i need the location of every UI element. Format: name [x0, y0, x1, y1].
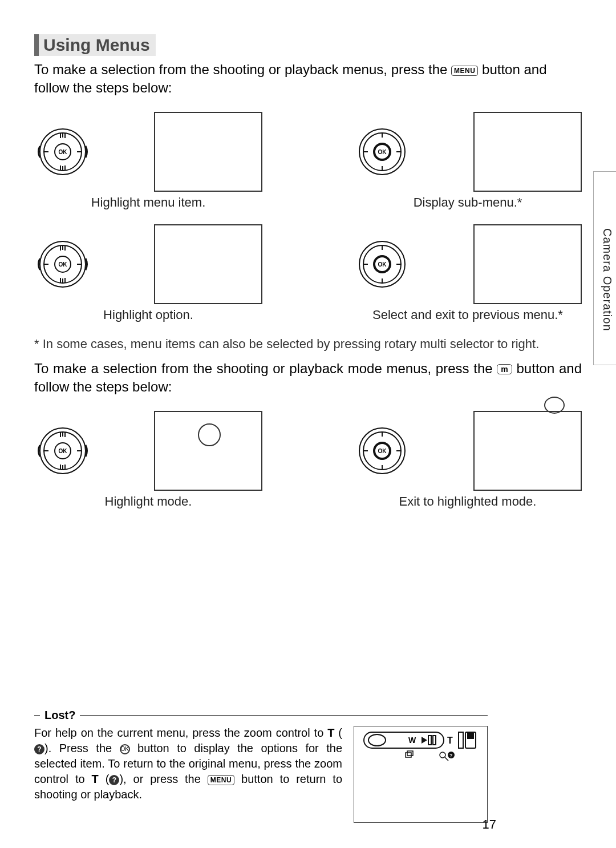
svg-rect-71: [407, 751, 413, 756]
zoom-t-label: T: [327, 726, 334, 739]
page-number: 17: [483, 817, 496, 832]
step-caption: Exit to highlighted mode.: [354, 494, 582, 509]
screen-placeholder: [473, 411, 582, 491]
intro2-text-before: To make a selection from the shooting or…: [34, 361, 497, 376]
step-highlight-mode: OK Highlight mode.: [34, 411, 262, 509]
step-caption: Highlight menu item.: [34, 195, 262, 210]
menu-button-icon: MENU: [208, 775, 234, 785]
svg-rect-69: [467, 732, 474, 739]
svg-text:OK: OK: [378, 448, 387, 454]
zoom-control-icon: W T ?: [363, 731, 480, 762]
svg-text:OK: OK: [59, 261, 68, 268]
help-icon: ?: [34, 744, 44, 754]
section-label: Camera Operation: [601, 228, 614, 332]
screen-placeholder: [473, 224, 582, 304]
svg-text:?: ?: [449, 753, 453, 758]
intro-paragraph-2: To make a selection from the shooting or…: [34, 360, 582, 397]
svg-text:OK: OK: [59, 149, 68, 155]
screen-placeholder: [154, 224, 262, 304]
lost-text-part: For help on the current menu, press the …: [34, 726, 327, 739]
ok-icon: OK: [120, 744, 130, 754]
svg-point-72: [440, 752, 445, 758]
lost-title: Lost?: [44, 709, 75, 722]
rotary-selector-icon: OK: [34, 422, 91, 479]
svg-rect-65: [433, 736, 436, 745]
step-exit-to-mode: OK Exit to highlighted mode.: [354, 411, 582, 509]
zoom-control-figure: W T ?: [354, 726, 488, 823]
rotary-selector-ok-icon: OK: [354, 123, 411, 180]
lost-text: For help on the current menu, press the …: [34, 725, 342, 802]
section-heading: Using Menus: [34, 34, 156, 56]
step-caption: Display sub-menu.*: [354, 195, 582, 210]
rotary-selector-ok-icon: OK: [354, 422, 411, 479]
step-select-exit: OK Select and exit to previous menu.*: [354, 224, 582, 322]
svg-rect-67: [459, 732, 463, 748]
rotary-selector-icon: OK: [34, 236, 91, 293]
screen-placeholder: [154, 411, 262, 491]
step-caption: Highlight mode.: [34, 494, 262, 509]
mode-button-icon: m: [497, 364, 512, 374]
rotary-selector-ok-icon: OK: [354, 236, 411, 293]
step-highlight-option: OK Highlight option.: [34, 224, 262, 322]
svg-marker-63: [422, 737, 427, 744]
svg-point-61: [368, 734, 386, 746]
svg-rect-70: [406, 753, 411, 757]
zoom-t-label: T: [92, 773, 99, 785]
lost-help-box: Lost? For help on the current menu, pres…: [34, 709, 488, 802]
svg-text:W: W: [408, 736, 416, 745]
footnote-text: * In some cases, menu items can also be …: [34, 337, 582, 352]
svg-rect-64: [428, 736, 431, 745]
step-highlight-menu-item: OK Highlight menu item.: [34, 112, 262, 210]
cursor-highlight-icon: [198, 423, 221, 446]
intro-text-before: To make a selection from the shooting or…: [34, 62, 451, 77]
screen-placeholder: [473, 112, 582, 192]
menu-button-icon: MENU: [451, 66, 478, 76]
svg-text:OK: OK: [378, 149, 387, 155]
lost-text-part: , or press the: [123, 773, 208, 785]
step-caption: Highlight option.: [34, 308, 262, 322]
screen-placeholder: [154, 112, 262, 192]
step-display-submenu: OK Display sub-menu.*: [354, 112, 582, 210]
cursor-highlight-icon: [544, 397, 565, 414]
svg-line-73: [445, 757, 448, 761]
svg-text:OK: OK: [378, 261, 387, 268]
svg-text:OK: OK: [59, 448, 68, 454]
intro-paragraph: To make a selection from the shooting or…: [34, 60, 582, 98]
svg-text:T: T: [447, 736, 453, 745]
lost-text-part: . Press the: [48, 742, 120, 754]
rotary-selector-icon: OK: [34, 123, 91, 180]
help-icon: ?: [109, 775, 119, 785]
step-caption: Select and exit to previous menu.*: [354, 308, 582, 322]
